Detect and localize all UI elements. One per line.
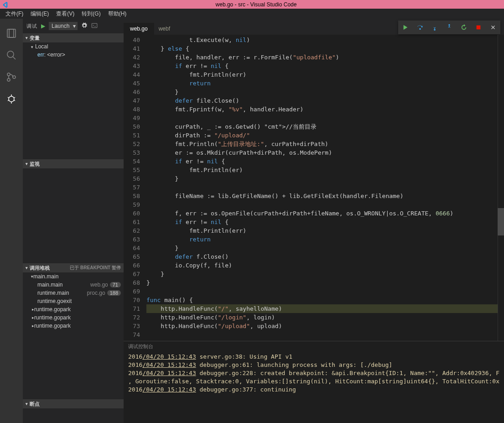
svg-point-6 <box>13 76 16 78</box>
svg-rect-1 <box>9 29 16 37</box>
svg-point-2 <box>7 51 14 57</box>
svg-point-16 <box>434 29 436 31</box>
callstack-status: 已于 BREAKPOINT 暂停 <box>70 265 121 271</box>
line-gutter[interactable]: 4041424344454647484950515253545556575859… <box>124 35 146 341</box>
menubar: 文件(F) 编辑(E) 查看(V) 转到(G) 帮助(H) <box>0 9 504 19</box>
tab-web-go[interactable]: web.go <box>124 23 154 35</box>
start-debug-button[interactable]: ▶ <box>41 23 45 29</box>
explorer-icon[interactable] <box>0 22 23 44</box>
callstack-row[interactable]: ▸ runtime.gopark <box>23 313 124 322</box>
vscode-icon <box>2 1 8 8</box>
debug-label: 调试 <box>26 23 37 30</box>
var-name: err <box>37 52 44 58</box>
svg-point-7 <box>9 96 14 102</box>
tab-companion[interactable]: webf <box>154 23 175 35</box>
svg-point-15 <box>419 28 421 30</box>
callstack-row[interactable]: ▾ main.main <box>23 272 124 281</box>
callstack-row[interactable]: ▸ runtime.gopark <box>23 322 124 330</box>
variable-err[interactable]: err: <error> <box>23 51 124 59</box>
launch-config-select[interactable]: Launch <box>49 22 78 30</box>
menu-view[interactable]: 查看(V) <box>52 9 78 19</box>
close-toolbar-button[interactable] <box>488 22 499 33</box>
callstack-row[interactable]: main.mainweb.go71 <box>23 281 124 289</box>
step-into-button[interactable] <box>429 22 440 33</box>
continue-button[interactable] <box>400 22 411 33</box>
console-icon[interactable] <box>91 22 98 30</box>
menu-help[interactable]: 帮助(H) <box>104 9 130 19</box>
callstack-row[interactable]: runtime.goexit <box>23 297 124 305</box>
section-watch[interactable]: 监视 <box>23 159 124 168</box>
sidebar: 调试 ▶ Launch 变量 Local err: <error> 监视 调用堆… <box>23 19 124 423</box>
debug-console-header[interactable]: 调试控制台 <box>124 341 504 352</box>
callstack-row[interactable]: runtime.mainproc.go188 <box>23 289 124 297</box>
debug-icon[interactable] <box>0 88 23 110</box>
svg-point-4 <box>7 73 10 76</box>
svg-point-5 <box>7 78 10 81</box>
svg-point-17 <box>448 24 450 26</box>
svg-rect-0 <box>7 29 14 37</box>
section-breakpoints[interactable]: 断点 <box>23 399 124 408</box>
debug-console-body[interactable]: 2016/04/20 15:12:43 server.go:38: Using … <box>124 352 504 423</box>
scope-local[interactable]: Local <box>23 42 124 51</box>
callstack-row[interactable]: ▸ runtime.gopark <box>23 305 124 313</box>
menu-edit[interactable]: 编辑(E) <box>27 9 52 19</box>
scrollbar[interactable] <box>498 35 504 341</box>
section-variables[interactable]: 变量 <box>23 33 124 42</box>
source-control-icon[interactable] <box>0 66 23 88</box>
code-editor[interactable]: t.Execute(w, nil) } else { file, handler… <box>146 35 498 341</box>
callstack-label: 调用堆栈 <box>30 265 50 272</box>
svg-rect-14 <box>92 23 98 27</box>
menu-goto[interactable]: 转到(G) <box>78 9 104 19</box>
restart-button[interactable] <box>458 22 469 33</box>
debug-toolbar <box>398 21 500 34</box>
gear-icon[interactable] <box>81 22 88 30</box>
stop-button[interactable] <box>473 22 484 33</box>
menu-file[interactable]: 文件(F) <box>2 9 27 19</box>
step-out-button[interactable] <box>444 22 455 33</box>
step-over-button[interactable] <box>415 22 426 33</box>
svg-line-3 <box>13 57 16 59</box>
debug-console: 调试控制台 2016/04/20 15:12:43 server.go:38: … <box>124 341 504 423</box>
window-title: web.go - src - Visual Studio Code <box>8 1 504 8</box>
search-icon[interactable] <box>0 44 23 66</box>
section-callstack[interactable]: 调用堆栈 已于 BREAKPOINT 暂停 <box>23 263 124 272</box>
activity-bar <box>0 19 23 423</box>
svg-rect-18 <box>477 26 481 30</box>
var-value: : <error> <box>44 52 65 58</box>
